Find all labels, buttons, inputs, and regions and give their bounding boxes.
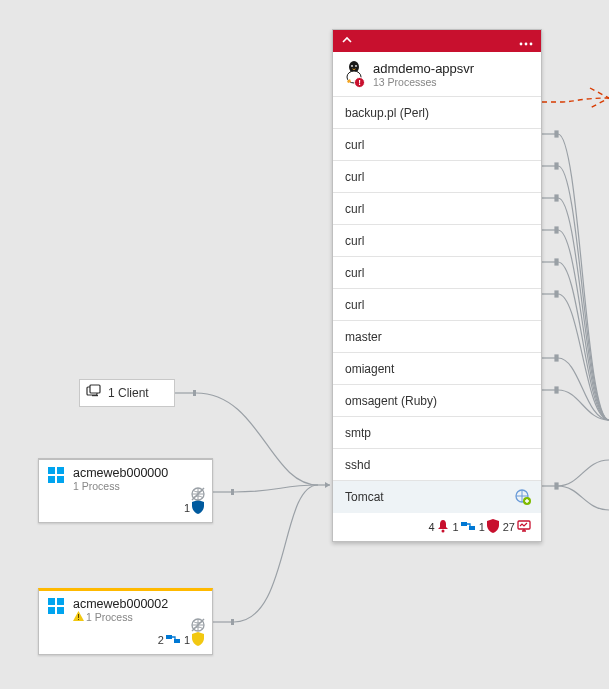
- process-label: backup.pl (Perl): [345, 106, 429, 120]
- net-blue-icon: [166, 633, 180, 647]
- process-label: curl: [345, 298, 364, 312]
- process-label: curl: [345, 234, 364, 248]
- server-footer-stats: 1: [39, 496, 212, 522]
- process-row[interactable]: master: [333, 321, 541, 353]
- process-row[interactable]: Tomcat: [333, 481, 541, 513]
- svg-rect-1: [231, 489, 234, 495]
- svg-rect-22: [57, 598, 64, 605]
- server-footer-stats: 21: [39, 628, 212, 654]
- svg-rect-25: [78, 614, 79, 618]
- svg-rect-9: [555, 355, 558, 361]
- client-label: 1 Client: [108, 386, 149, 400]
- process-label: Tomcat: [345, 490, 384, 504]
- svg-rect-29: [166, 635, 172, 639]
- node-header: admdemo-appsvr 13 Processes: [333, 52, 541, 96]
- process-row[interactable]: curl: [333, 257, 541, 289]
- svg-point-32: [525, 43, 528, 46]
- server-node-s1[interactable]: acmeweb000002 1 Process 21: [38, 588, 213, 655]
- clients-icon: [86, 384, 102, 403]
- svg-point-31: [520, 43, 523, 46]
- process-row[interactable]: curl: [333, 193, 541, 225]
- node-footer-stats: 41127: [333, 513, 541, 541]
- svg-rect-15: [48, 467, 55, 474]
- node-title: admdemo-appsvr: [373, 61, 474, 76]
- node-subtitle: 13 Processes: [373, 76, 474, 88]
- stat-count: 1: [453, 521, 459, 533]
- process-row[interactable]: backup.pl (Perl): [333, 97, 541, 129]
- svg-point-42: [441, 530, 444, 533]
- shield-red-icon: [487, 519, 499, 535]
- net-blue-icon: [461, 520, 475, 534]
- server-title: acmeweb000002: [73, 597, 204, 611]
- process-label: sshd: [345, 458, 370, 472]
- server-title: acmeweb000000: [73, 466, 204, 480]
- process-row[interactable]: omiagent: [333, 353, 541, 385]
- node-header-bar[interactable]: [333, 30, 541, 52]
- warn-icon: [73, 612, 84, 624]
- process-label: curl: [345, 202, 364, 216]
- process-row[interactable]: curl: [333, 289, 541, 321]
- process-label: omiagent: [345, 362, 394, 376]
- monitor-red-icon: [517, 520, 531, 535]
- svg-rect-24: [57, 607, 64, 614]
- svg-rect-7: [555, 259, 558, 265]
- globe-plus-icon: [515, 489, 531, 508]
- svg-rect-26: [78, 619, 79, 620]
- process-row[interactable]: curl: [333, 225, 541, 257]
- globe-off-icon: [190, 486, 206, 506]
- stat-count: 2: [158, 634, 164, 646]
- process-label: smtp: [345, 426, 371, 440]
- stat-count: 27: [503, 521, 515, 533]
- svg-rect-43: [461, 522, 467, 526]
- process-label: master: [345, 330, 382, 344]
- process-label: curl: [345, 138, 364, 152]
- collapse-icon[interactable]: [341, 32, 353, 50]
- process-label: curl: [345, 170, 364, 184]
- server-node-appsvr[interactable]: admdemo-appsvr 13 Processes backup.pl (P…: [332, 29, 542, 542]
- server-subtitle: 1 Process: [73, 611, 204, 624]
- svg-rect-11: [555, 483, 558, 489]
- svg-rect-14: [92, 395, 98, 396]
- svg-rect-6: [555, 227, 558, 233]
- server-node-s0[interactable]: acmeweb000000 1 Process 1: [38, 458, 213, 523]
- svg-rect-21: [48, 598, 55, 605]
- bell-red-icon: [437, 519, 449, 535]
- process-list: backup.pl (Perl)curlcurlcurlcurlcurlcurl…: [333, 96, 541, 513]
- svg-rect-8: [555, 291, 558, 297]
- svg-point-33: [530, 43, 533, 46]
- svg-rect-23: [48, 607, 55, 614]
- svg-rect-13: [90, 385, 100, 393]
- svg-rect-17: [48, 476, 55, 483]
- svg-rect-10: [555, 387, 558, 393]
- svg-point-38: [352, 66, 353, 67]
- process-row[interactable]: omsagent (Ruby): [333, 385, 541, 417]
- stat-count: 4: [428, 521, 434, 533]
- alert-badge-icon: [354, 77, 365, 88]
- process-row[interactable]: smtp: [333, 417, 541, 449]
- windows-icon: [47, 597, 65, 619]
- svg-rect-2: [231, 619, 234, 625]
- stat-count: 1: [479, 521, 485, 533]
- process-row[interactable]: curl: [333, 161, 541, 193]
- process-label: curl: [345, 266, 364, 280]
- process-row[interactable]: sshd: [333, 449, 541, 481]
- more-icon[interactable]: [519, 32, 533, 50]
- svg-rect-5: [555, 195, 558, 201]
- svg-rect-18: [57, 476, 64, 483]
- process-row[interactable]: curl: [333, 129, 541, 161]
- svg-rect-3: [555, 131, 558, 137]
- svg-rect-4: [555, 163, 558, 169]
- process-label: omsagent (Ruby): [345, 394, 437, 408]
- svg-rect-0: [193, 390, 196, 396]
- client-node[interactable]: 1 Client: [79, 379, 175, 407]
- windows-icon: [47, 466, 65, 488]
- svg-rect-45: [518, 521, 530, 529]
- svg-point-39: [356, 66, 357, 67]
- svg-rect-16: [57, 467, 64, 474]
- globe-off-icon: [190, 617, 206, 637]
- server-subtitle: 1 Process: [73, 480, 204, 492]
